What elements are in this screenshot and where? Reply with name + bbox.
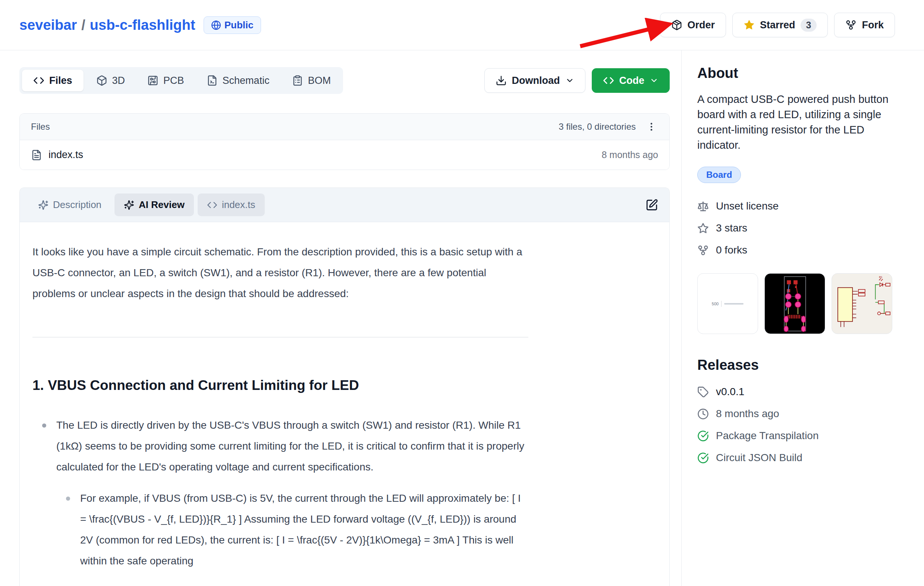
starred-button[interactable]: Starred 3 bbox=[733, 13, 828, 37]
breadcrumb: seveibar / usb-c-flashlight Public bbox=[20, 16, 261, 34]
package-icon bbox=[671, 20, 682, 31]
license-label: Unset license bbox=[716, 200, 779, 212]
board-tag-badge[interactable]: Board bbox=[697, 166, 741, 183]
sparkles-icon bbox=[124, 200, 134, 210]
star-outline-icon bbox=[697, 222, 709, 234]
release-check-label: Circuit JSON Build bbox=[716, 452, 802, 464]
sparkles-icon bbox=[38, 200, 48, 210]
cube-icon bbox=[96, 75, 107, 86]
release-check-row: Package Transpilation bbox=[697, 430, 899, 442]
header-actions: Order Starred 3 Fork bbox=[660, 13, 895, 37]
toolbar-buttons: Download Code bbox=[484, 68, 670, 93]
chevron-down-icon bbox=[565, 76, 574, 85]
tab-index-ts[interactable]: index.ts bbox=[198, 193, 265, 216]
kebab-menu-icon bbox=[646, 122, 657, 132]
forks-label: 0 forks bbox=[716, 244, 747, 256]
clock-icon bbox=[697, 408, 709, 420]
release-check-row: Circuit JSON Build bbox=[697, 452, 899, 464]
tab-schematic[interactable]: Schematic bbox=[197, 70, 279, 91]
about-title: About bbox=[697, 65, 899, 81]
file-name[interactable]: index.ts bbox=[48, 149, 83, 161]
schematic-preview-image: R1 bbox=[832, 273, 892, 334]
order-button[interactable]: Order bbox=[660, 13, 726, 37]
tab-ai-review[interactable]: AI Review bbox=[114, 193, 194, 216]
tab-pcb-label: PCB bbox=[163, 75, 184, 87]
about-description: A compact USB-C powered push button boar… bbox=[697, 92, 899, 153]
file-text-icon bbox=[31, 150, 42, 161]
divider bbox=[33, 337, 528, 337]
globe-icon bbox=[211, 20, 221, 30]
releases-title: Releases bbox=[697, 357, 899, 373]
files-panel: Files 3 files, 0 directories index.ts 8 … bbox=[20, 113, 670, 170]
clipboard-list-icon bbox=[292, 75, 303, 86]
edit-icon bbox=[645, 199, 658, 211]
starred-button-label: Starred bbox=[760, 20, 795, 31]
tab-schematic-label: Schematic bbox=[223, 75, 270, 87]
nested-bullet-list: For example, if VBUS (from USB-C) is 5V,… bbox=[56, 488, 528, 571]
check-circle-icon bbox=[697, 430, 709, 442]
tab-bom[interactable]: BOM bbox=[282, 70, 341, 91]
breadcrumb-separator: / bbox=[81, 17, 86, 33]
files-summary: 3 files, 0 directories bbox=[559, 122, 636, 132]
check-circle-icon bbox=[697, 452, 709, 464]
preview-thumbnails: 500 bbox=[697, 273, 899, 334]
circuit-board-icon bbox=[147, 75, 158, 86]
fork-button[interactable]: Fork bbox=[834, 13, 895, 37]
bullet-list: The LED is directly driven by the USB-C'… bbox=[33, 415, 528, 571]
release-version-row[interactable]: v0.0.1 bbox=[697, 386, 899, 398]
toolbar-row: Files 3D PCB Schematic bbox=[20, 67, 670, 94]
download-button[interactable]: Download bbox=[484, 68, 586, 93]
ai-review-content: It looks like you have a simple circuit … bbox=[20, 222, 669, 586]
stars-row[interactable]: 3 stars bbox=[697, 222, 899, 234]
fork-icon bbox=[697, 245, 709, 256]
stars-label: 3 stars bbox=[716, 222, 747, 234]
files-menu-button[interactable] bbox=[645, 120, 658, 133]
page-layout: Files 3D PCB Schematic bbox=[0, 50, 924, 586]
file-name-cell: index.ts bbox=[31, 149, 83, 161]
visibility-label: Public bbox=[224, 20, 254, 31]
3d-preview-thumbnail[interactable]: 500 bbox=[697, 273, 758, 334]
pcb-preview-thumbnail[interactable] bbox=[764, 273, 825, 334]
code-icon bbox=[207, 200, 218, 210]
release-check-label: Package Transpilation bbox=[716, 430, 819, 442]
tab-files[interactable]: Files bbox=[22, 70, 84, 91]
edit-button[interactable] bbox=[643, 196, 660, 214]
chevron-down-icon bbox=[650, 76, 658, 85]
file-code-icon bbox=[206, 75, 218, 86]
tab-description[interactable]: Description bbox=[29, 193, 111, 216]
tab-files-label: Files bbox=[49, 75, 73, 87]
download-icon bbox=[495, 75, 507, 86]
sidebar: About A compact USB-C powered push butto… bbox=[681, 50, 924, 586]
thumbnail-error-code: 500 bbox=[712, 301, 719, 306]
section-heading: 1. VBUS Connection and Current Limiting … bbox=[33, 377, 528, 394]
fork-button-label: Fork bbox=[862, 20, 884, 31]
files-panel-header: Files 3 files, 0 directories bbox=[20, 114, 669, 140]
files-panel-title: Files bbox=[31, 122, 50, 132]
viewer-tab-bar: Description AI Review index.ts bbox=[20, 188, 669, 222]
thumbnail-error-divider bbox=[721, 301, 721, 307]
code-icon bbox=[33, 75, 45, 86]
list-item: For example, if VBUS (from USB-C) is 5V,… bbox=[80, 488, 528, 571]
download-button-label: Download bbox=[512, 75, 560, 87]
repo-meta-list: Unset license 3 stars 0 forks bbox=[697, 200, 899, 256]
tab-3d-label: 3D bbox=[112, 75, 125, 87]
code-button[interactable]: Code bbox=[592, 68, 670, 93]
schematic-preview-thumbnail[interactable]: R1 bbox=[832, 273, 892, 334]
star-count-badge: 3 bbox=[800, 19, 817, 32]
thumbnail-error-text bbox=[724, 303, 744, 305]
tab-pcb[interactable]: PCB bbox=[138, 70, 194, 91]
forks-row[interactable]: 0 forks bbox=[697, 244, 899, 256]
viewer-panel: Description AI Review index.ts bbox=[20, 188, 670, 586]
tab-3d[interactable]: 3D bbox=[86, 70, 135, 91]
order-button-label: Order bbox=[688, 20, 715, 31]
star-icon bbox=[744, 20, 755, 31]
table-row[interactable]: index.ts 8 months ago bbox=[20, 140, 669, 170]
license-row: Unset license bbox=[697, 200, 899, 212]
tab-ai-review-label: AI Review bbox=[139, 199, 185, 211]
owner-link[interactable]: seveibar bbox=[20, 17, 77, 33]
repo-link[interactable]: usb-c-flashlight bbox=[90, 17, 195, 33]
site-header: seveibar / usb-c-flashlight Public Order… bbox=[0, 0, 924, 50]
release-age: 8 months ago bbox=[716, 408, 779, 420]
pcb-preview-image bbox=[765, 273, 825, 334]
file-updated: 8 months ago bbox=[602, 150, 658, 160]
